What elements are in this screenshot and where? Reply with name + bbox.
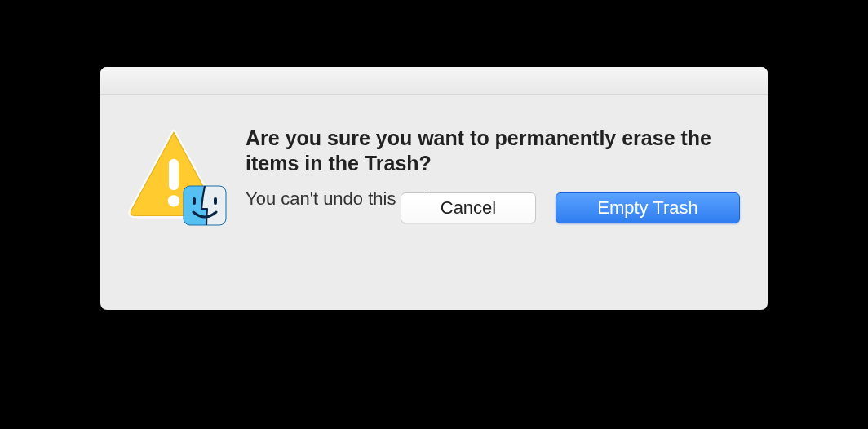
confirm-dialog: Are you sure you want to permanently era… — [100, 67, 768, 310]
window-titlebar — [100, 67, 768, 95]
dialog-icon-wrap — [125, 126, 223, 223]
svg-rect-0 — [169, 159, 179, 190]
dialog-button-row: Cancel Empty Trash — [401, 192, 740, 223]
svg-rect-5 — [214, 197, 217, 205]
svg-point-1 — [168, 195, 179, 206]
cancel-button[interactable]: Cancel — [401, 192, 536, 223]
dialog-body: Are you sure you want to permanently era… — [100, 95, 768, 245]
dialog-heading: Are you sure you want to permanently era… — [246, 126, 743, 175]
finder-icon — [182, 183, 228, 228]
svg-rect-4 — [193, 197, 196, 205]
empty-trash-button[interactable]: Empty Trash — [556, 192, 740, 223]
